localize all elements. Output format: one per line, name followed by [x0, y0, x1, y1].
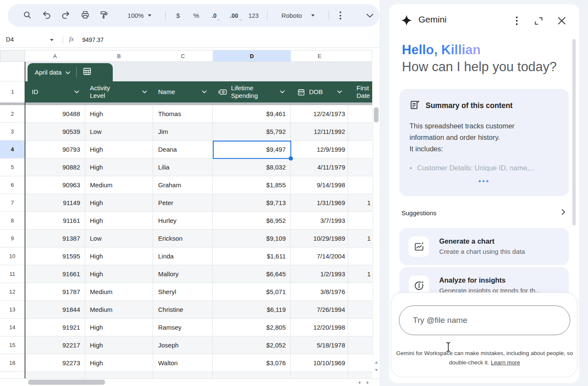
cell-name[interactable]: Sheryl [153, 283, 213, 300]
header-cell-first-date[interactable]: First Date [348, 81, 372, 103]
cell-first-date[interactable] [348, 247, 372, 265]
header-cell-dob[interactable]: DOB [291, 81, 348, 103]
cell-dob[interactable]: 12/24/1973 [291, 105, 348, 122]
cell-dob[interactable]: 10/29/1989 [291, 230, 348, 247]
cell-activity-level[interactable]: High [85, 141, 153, 158]
cell-id[interactable]: 90963 [25, 176, 85, 194]
cell-activity-level[interactable]: High [85, 319, 153, 336]
cell-name[interactable]: Jim [153, 123, 213, 140]
format-percent-button[interactable]: % [189, 4, 204, 27]
vertical-scrollbar[interactable] [373, 105, 380, 358]
close-panel-icon[interactable] [556, 15, 567, 28]
cell-activity-level[interactable]: High [85, 265, 153, 283]
panel-scrollbar-thumb[interactable] [572, 39, 576, 225]
table-name-chip[interactable]: April data [28, 63, 113, 81]
row-number[interactable]: 16 [0, 354, 25, 372]
cell-first-date[interactable] [348, 105, 372, 122]
row-number[interactable]: 17 [0, 372, 25, 378]
horizontal-scrollbar-thumb[interactable] [28, 380, 105, 385]
row-number[interactable]: 9 [0, 230, 25, 247]
cell-name[interactable]: Linda [153, 247, 213, 265]
cell-lifetime-spending[interactable]: $9,109 [213, 230, 291, 247]
row-number[interactable]: 4 [0, 141, 25, 158]
cell-id[interactable]: 92273 [25, 354, 85, 372]
cell-lifetime-spending[interactable]: $6,645 [213, 265, 291, 283]
cell-first-date[interactable] [348, 319, 372, 336]
cell-first-date[interactable]: 1 [348, 265, 372, 283]
cell-first-date[interactable] [348, 141, 372, 158]
cell-first-date[interactable] [348, 354, 372, 372]
cell-activity-level[interactable]: High [85, 372, 153, 378]
column-header-f-clipped[interactable] [348, 50, 372, 62]
cell-name[interactable]: Ramsey [153, 319, 213, 336]
cell-activity-level[interactable]: High [85, 336, 153, 354]
gemini-more-options-button[interactable] [512, 16, 522, 26]
row-number[interactable]: 6 [0, 176, 25, 194]
cell-first-date[interactable]: 1 [348, 230, 372, 247]
cell-dob[interactable]: 1/2/1993 [291, 265, 348, 283]
cell-first-date[interactable] [348, 176, 372, 194]
prompt-input[interactable] [399, 305, 570, 335]
fill-handle[interactable] [289, 156, 293, 161]
cell-name[interactable]: Hurley [153, 212, 213, 229]
header-cell-name[interactable]: Name [153, 81, 213, 103]
cell-lifetime-spending[interactable]: $9,713 [213, 194, 291, 211]
cell-id[interactable]: 91661 [25, 265, 85, 283]
cell-name[interactable]: Erickson [153, 230, 213, 247]
cell-name[interactable]: Thomas [153, 105, 213, 122]
cell-first-date[interactable] [348, 372, 372, 378]
cell-dob[interactable]: 5/18/1978 [291, 336, 348, 354]
cell-id[interactable]: 91787 [25, 283, 85, 300]
cell-activity-level[interactable]: High [85, 105, 153, 122]
cell-activity-level[interactable]: Medium [85, 301, 153, 318]
cell-dob[interactable]: 7/26/1994 [291, 301, 348, 318]
cell-id[interactable]: 91161 [25, 212, 85, 229]
cell-activity-level[interactable]: High [85, 354, 153, 372]
zoom-select[interactable]: 100% [119, 4, 160, 27]
row-number[interactable]: 8 [0, 212, 25, 230]
print-button[interactable] [78, 4, 93, 27]
row-number[interactable]: 7 [0, 194, 25, 212]
cell-id[interactable]: 92347 [25, 372, 85, 378]
show-more-dots-button[interactable]: ••• [410, 177, 559, 186]
cell-lifetime-spending[interactable]: $2,052 [213, 336, 291, 354]
cell-lifetime-spending[interactable]: $5,792 [213, 123, 291, 140]
cell-id[interactable]: 91387 [25, 230, 85, 247]
cell-activity-level[interactable]: High [85, 247, 153, 265]
cell-lifetime-spending[interactable]: $6,119 [213, 301, 291, 318]
cell-id[interactable]: 90539 [25, 123, 85, 140]
cell-activity-level[interactable]: Low [85, 123, 153, 140]
header-cell-id[interactable]: ID [25, 81, 85, 103]
cell-dob[interactable]: 3/8/1976 [291, 283, 348, 300]
cell-name[interactable]: Peter [153, 194, 213, 211]
cell-lifetime-spending[interactable]: $9,461 [213, 105, 291, 122]
collapse-toolbar-button[interactable] [362, 4, 377, 27]
redo-button[interactable] [58, 4, 73, 27]
column-header-b[interactable]: B [85, 50, 153, 62]
cell-name[interactable]: Joseph [153, 336, 213, 354]
cell-activity-level[interactable]: High [85, 158, 153, 176]
cell-first-date[interactable] [348, 158, 372, 176]
chevron-right-icon[interactable] [560, 208, 567, 217]
cell-id[interactable]: 90488 [25, 105, 85, 122]
cell-lifetime-spending[interactable]: $8,032 [213, 158, 291, 176]
cell-name[interactable]: Christine [153, 301, 213, 318]
cell-dob[interactable]: 12/9/1999 [291, 141, 348, 158]
cell-dob[interactable]: 3/7/1993 [291, 212, 348, 229]
cell-lifetime-spending[interactable]: $1,855 [213, 176, 291, 194]
cell-id[interactable]: 90882 [25, 158, 85, 176]
select-all-corner[interactable] [0, 50, 25, 62]
cell-activity-level[interactable]: Low [85, 230, 153, 247]
cell-dob[interactable]: 4/11/1979 [291, 158, 348, 176]
row-number[interactable]: 3 [0, 123, 25, 141]
learn-more-link[interactable]: Learn more [491, 359, 520, 366]
cell-lifetime-spending[interactable]: $6,952 [213, 212, 291, 229]
cell-lifetime-spending[interactable]: $1,611 [213, 247, 291, 265]
cell-name[interactable]: Graham [153, 176, 213, 194]
paint-format-button[interactable] [96, 4, 111, 27]
row-number[interactable]: 10 [0, 247, 25, 265]
header-cell-lifetime-spending[interactable]: Lifetime Spending [213, 81, 291, 103]
cell-name[interactable]: Walton [153, 354, 213, 372]
cell-activity-level[interactable]: Medium [85, 176, 153, 194]
expand-panel-icon[interactable] [533, 16, 544, 28]
